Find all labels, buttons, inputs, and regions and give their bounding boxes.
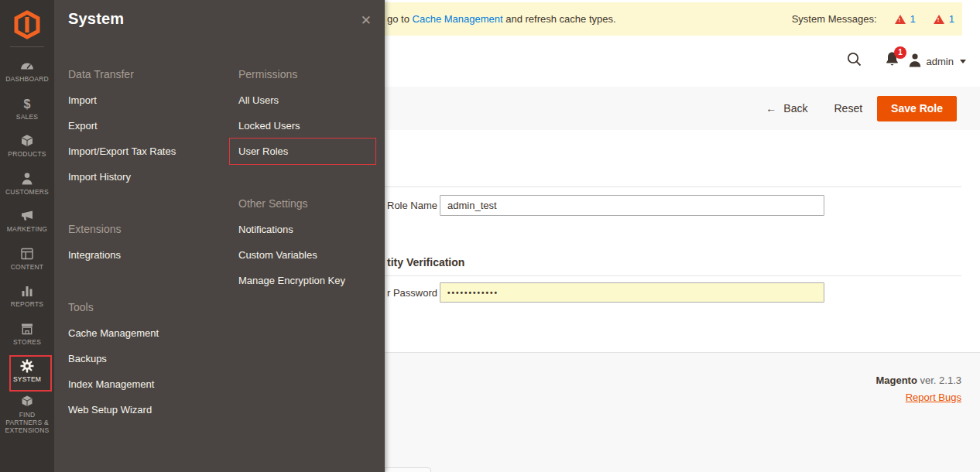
critical-message-count[interactable]: 1 xyxy=(910,13,916,25)
sidebar-item-reports[interactable]: REPORTS xyxy=(0,277,54,315)
save-role-button[interactable]: Save Role xyxy=(877,96,957,121)
admin-header: 1 admin xyxy=(385,36,980,87)
menu-item-import[interactable]: Import xyxy=(68,87,227,113)
section-header-tools: Tools xyxy=(68,299,227,315)
role-name-label: Role Name * xyxy=(387,200,445,211)
sidebar-item-sales[interactable]: $ SALES xyxy=(0,90,54,128)
major-messages-group: 1 xyxy=(934,13,954,25)
password-label: r Password * xyxy=(387,287,445,299)
identity-verification-heading: tity Verification xyxy=(387,256,464,268)
search-icon[interactable] xyxy=(846,51,862,70)
magento-version: Magento ver. 2.1.3 xyxy=(875,375,961,386)
chevron-down-icon xyxy=(960,60,966,63)
marketplace-cube-icon xyxy=(19,394,35,409)
warning-triangle-icon xyxy=(895,15,906,24)
report-bugs-link[interactable]: Report Bugs xyxy=(906,392,961,403)
menu-item-integrations[interactable]: Integrations xyxy=(68,242,227,268)
sidebar-item-customers[interactable]: CUSTOMERS xyxy=(0,165,54,203)
menu-section-data-transfer: Data Transfer Import Export Import/Expor… xyxy=(68,67,227,190)
notification-count-badge[interactable]: 1 xyxy=(894,46,906,59)
menu-item-custom-variables[interactable]: Custom Variables xyxy=(238,242,382,268)
layout-icon xyxy=(19,246,35,262)
gear-icon xyxy=(19,358,35,374)
menu-section-tools: Tools Cache Management Backups Index Man… xyxy=(68,299,227,422)
menu-item-web-setup-wizard[interactable]: Web Setup Wizard xyxy=(68,397,227,422)
menu-item-notifications[interactable]: Notifications xyxy=(238,217,382,242)
person-icon xyxy=(19,171,35,186)
flyout-column-right: Permissions All Users Locked Users User … xyxy=(238,67,382,325)
back-button-label: Back xyxy=(783,102,807,115)
menu-item-locked-users[interactable]: Locked Users xyxy=(238,113,382,139)
reset-button[interactable]: Reset xyxy=(834,102,862,115)
sidebar-divider xyxy=(10,46,44,47)
menu-item-cache-management[interactable]: Cache Management xyxy=(68,320,227,346)
account-menu[interactable]: admin xyxy=(908,53,966,70)
menu-section-other-settings: Other Settings Notifications Custom Vari… xyxy=(238,196,382,293)
critical-messages-group: 1 xyxy=(895,13,916,25)
magento-logo-icon xyxy=(14,10,40,39)
major-message-count[interactable]: 1 xyxy=(949,13,954,25)
back-button[interactable]: ← Back xyxy=(766,102,807,115)
notice-text-after: and refresh cache types. xyxy=(503,13,616,25)
section-header-permissions: Permissions xyxy=(238,67,382,82)
section-header-data-transfer: Data Transfer xyxy=(68,67,227,82)
svg-text:$: $ xyxy=(24,97,31,110)
menu-section-extensions: Extensions Integrations xyxy=(68,221,227,268)
dashboard-gauge-icon xyxy=(19,58,35,74)
sidebar-item-dashboard[interactable]: DASHBOARD xyxy=(0,52,54,90)
storefront-icon xyxy=(19,321,35,337)
bar-chart-icon xyxy=(19,283,35,299)
menu-item-all-users[interactable]: All Users xyxy=(238,87,382,113)
menu-item-import-export-tax-rates[interactable]: Import/Export Tax Rates xyxy=(68,139,227,164)
sidebar-item-system[interactable]: SYSTEM xyxy=(0,352,54,390)
back-arrow-icon: ← xyxy=(766,102,776,115)
role-name-input[interactable] xyxy=(440,195,824,216)
main-nav-sidebar: DASHBOARD $ SALES PRODUCTS CUSTOMERS xyxy=(0,0,54,472)
sidebar-item-content[interactable]: CONTENT xyxy=(0,240,54,278)
page-action-bar: ← Back Reset Save Role xyxy=(385,87,980,130)
cache-notice-message: go to Cache Management and refresh cache… xyxy=(387,13,616,25)
user-avatar-icon xyxy=(908,53,922,70)
menu-item-backups[interactable]: Backups xyxy=(68,346,227,371)
flyout-column-left: Data Transfer Import Export Import/Expor… xyxy=(68,67,227,454)
sidebar-item-find-partners[interactable]: FIND PARTNERS & EXTENSIONS xyxy=(0,390,54,438)
sidebar-item-marketing[interactable]: MARKETING xyxy=(0,202,54,240)
section-divider xyxy=(385,186,961,187)
sidebar-item-products[interactable]: PRODUCTS xyxy=(0,127,54,165)
section-header-other-settings: Other Settings xyxy=(238,196,382,211)
dollar-icon: $ xyxy=(19,96,35,111)
role-form-content: Role Name * tity Verification r Password… xyxy=(385,130,980,352)
menu-section-permissions: Permissions All Users Locked Users User … xyxy=(238,67,382,165)
system-messages-area: System Messages: 1 1 xyxy=(792,13,954,25)
system-messages-label: System Messages: xyxy=(792,13,877,25)
flyout-title: System xyxy=(68,10,124,28)
megaphone-icon xyxy=(19,208,35,224)
menu-item-manage-encryption-key[interactable]: Manage Encryption Key xyxy=(238,268,382,293)
notice-text-before: go to xyxy=(387,13,413,25)
section-divider xyxy=(385,275,961,276)
magento-admin-screen: go to Cache Management and refresh cache… xyxy=(0,0,980,472)
sidebar-item-stores[interactable]: STORES xyxy=(0,315,54,353)
menu-item-index-management[interactable]: Index Management xyxy=(68,371,227,397)
menu-item-export[interactable]: Export xyxy=(68,113,227,139)
system-flyout-menu: System ✕ Data Transfer Import Export Imp… xyxy=(54,0,385,472)
box-icon xyxy=(19,133,35,149)
magento-logo[interactable] xyxy=(0,0,54,43)
cache-management-link[interactable]: Cache Management xyxy=(413,13,503,25)
section-header-extensions: Extensions xyxy=(68,221,227,237)
current-password-input[interactable] xyxy=(440,282,824,303)
username-label: admin xyxy=(927,56,954,67)
menu-item-import-history[interactable]: Import History xyxy=(68,164,227,190)
close-icon[interactable]: ✕ xyxy=(361,14,372,27)
warning-triangle-icon xyxy=(934,15,944,24)
menu-item-user-roles[interactable]: User Roles xyxy=(229,138,376,165)
bottom-popup-edge xyxy=(385,467,431,472)
magento-brand: Magento xyxy=(875,375,917,386)
